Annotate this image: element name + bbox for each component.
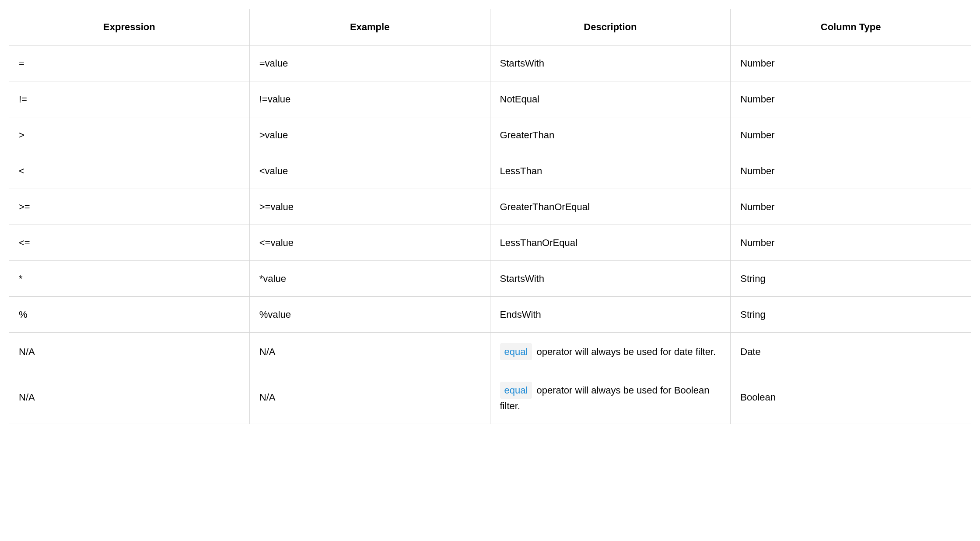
cell-example: *value [249, 261, 490, 297]
cell-column-type: Number [731, 153, 971, 189]
table-row: N/AN/Aequal operator will always be used… [9, 333, 971, 371]
cell-column-type: Number [731, 225, 971, 261]
cell-description: LessThan [490, 153, 731, 189]
cell-example: <value [249, 153, 490, 189]
table-row: ==valueStartsWithNumber [9, 46, 971, 81]
description-text: operator will always be used for date fi… [534, 346, 716, 357]
cell-description: EndsWith [490, 297, 731, 333]
cell-column-type: String [731, 261, 971, 297]
cell-example: >value [249, 117, 490, 153]
cell-description: equal operator will always be used for B… [490, 371, 731, 424]
cell-example: =value [249, 46, 490, 81]
table-row: !=!=valueNotEqualNumber [9, 81, 971, 117]
cell-expression: * [9, 261, 250, 297]
code-token: equal [500, 343, 532, 360]
table-row: >=>=valueGreaterThanOrEqualNumber [9, 189, 971, 225]
cell-column-type: Number [731, 189, 971, 225]
cell-description: NotEqual [490, 81, 731, 117]
filter-expression-table: Expression Example Description Column Ty… [9, 9, 971, 424]
cell-description: LessThanOrEqual [490, 225, 731, 261]
cell-description: equal operator will always be used for d… [490, 333, 731, 371]
cell-column-type: Number [731, 117, 971, 153]
table-row: N/AN/Aequal operator will always be used… [9, 371, 971, 424]
table-row: **valueStartsWithString [9, 261, 971, 297]
cell-description: GreaterThan [490, 117, 731, 153]
cell-expression: > [9, 117, 250, 153]
cell-example: %value [249, 297, 490, 333]
cell-expression: != [9, 81, 250, 117]
header-column-type: Column Type [731, 9, 971, 46]
table-row: <=<=valueLessThanOrEqualNumber [9, 225, 971, 261]
header-description: Description [490, 9, 731, 46]
table-row: >>valueGreaterThanNumber [9, 117, 971, 153]
cell-expression: N/A [9, 371, 250, 424]
cell-expression: N/A [9, 333, 250, 371]
cell-example: N/A [249, 371, 490, 424]
cell-expression: <= [9, 225, 250, 261]
code-token: equal [500, 382, 532, 399]
cell-expression: >= [9, 189, 250, 225]
cell-example: <=value [249, 225, 490, 261]
cell-expression: < [9, 153, 250, 189]
cell-column-type: Number [731, 81, 971, 117]
cell-column-type: Date [731, 333, 971, 371]
cell-description: GreaterThanOrEqual [490, 189, 731, 225]
cell-expression: % [9, 297, 250, 333]
cell-expression: = [9, 46, 250, 81]
cell-column-type: String [731, 297, 971, 333]
cell-column-type: Number [731, 46, 971, 81]
cell-example: N/A [249, 333, 490, 371]
table-row: %%valueEndsWithString [9, 297, 971, 333]
cell-example: !=value [249, 81, 490, 117]
header-expression: Expression [9, 9, 250, 46]
header-example: Example [249, 9, 490, 46]
table-header-row: Expression Example Description Column Ty… [9, 9, 971, 46]
cell-column-type: Boolean [731, 371, 971, 424]
cell-example: >=value [249, 189, 490, 225]
cell-description: StartsWith [490, 261, 731, 297]
cell-description: StartsWith [490, 46, 731, 81]
table-row: <<valueLessThanNumber [9, 153, 971, 189]
